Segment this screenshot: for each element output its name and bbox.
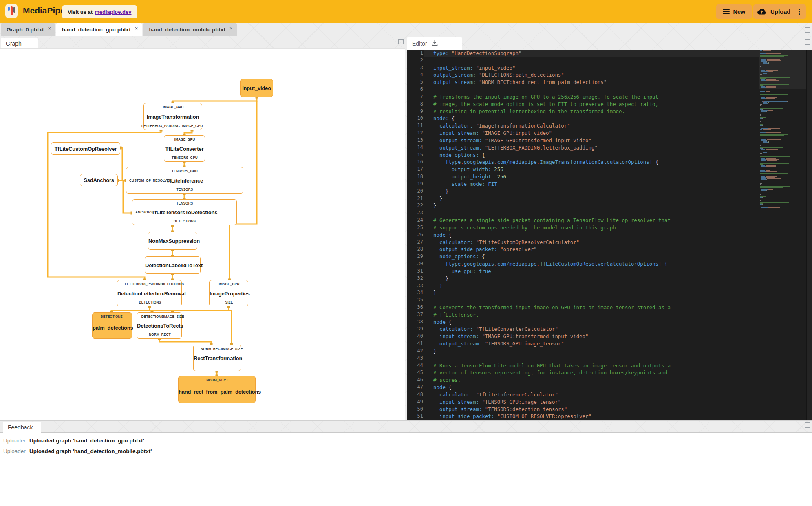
minimap-line — [787, 101, 788, 101]
close-icon[interactable]: × — [48, 25, 51, 31]
code-line[interactable]: output_stream: "NORM_RECT:hand_rect_from… — [433, 79, 755, 86]
code-line[interactable]: # Transforms the input image on GPU to a… — [433, 93, 755, 101]
minimap-line — [766, 93, 782, 93]
tab-graph[interactable]: Graph — [1, 38, 38, 49]
new-button[interactable]: New — [716, 4, 752, 19]
code-line[interactable]: calculator: "TfLiteCustomOpResolverCalcu… — [433, 239, 755, 246]
file-tab[interactable]: hand_detection_mobile.pbtxt× — [143, 23, 236, 36]
minimap-line — [761, 160, 766, 161]
upload-button[interactable]: Upload ⋮ — [753, 4, 806, 19]
kebab-menu-icon[interactable]: ⋮ — [796, 10, 803, 14]
line-number: 39 — [407, 326, 423, 333]
code-line[interactable]: output_stream: "IMAGE_GPU:transformed_in… — [433, 137, 755, 144]
code-line[interactable]: # scores. — [433, 376, 755, 384]
code-line[interactable]: output_height: 256 — [433, 173, 755, 180]
code-line[interactable]: input_side_packet: "CUSTOM_OP_RESOLVER:o… — [433, 413, 755, 420]
code-line[interactable]: # resulting in potential letterboxing in… — [433, 108, 755, 115]
close-icon[interactable]: × — [229, 25, 233, 31]
code-line[interactable]: output_stream: "LETTERBOX_PADDING:letter… — [433, 144, 755, 152]
code-line[interactable]: calculator: "TfLiteConverterCalculator" — [433, 326, 755, 333]
code-token: calculator: — [439, 392, 473, 398]
code-line[interactable]: input_stream: "input_video" — [433, 64, 755, 72]
code-line[interactable]: [type.googleapis.com/mediapipe.TfLiteCus… — [433, 260, 755, 268]
code-line[interactable]: # Converts the transformed input image o… — [433, 304, 755, 311]
code-line[interactable]: } — [433, 348, 755, 355]
code-line[interactable]: node: { — [433, 115, 755, 122]
graph-node-ssd_anchors[interactable]: SsdAnchors — [80, 174, 118, 186]
graph-node-image_transformation[interactable]: ImageTransformationIMAGE_GPULETTERBOX_PA… — [143, 103, 202, 130]
code-line[interactable]: input_stream: "TENSORS_GPU:image_tensor" — [433, 398, 755, 406]
code-line[interactable]: calculator: "ImageTransformationCalculat… — [433, 122, 755, 130]
code-line[interactable]: output_width: 256 — [433, 166, 755, 173]
graph-node-detection_label_id_to_text[interactable]: DetectionLabelIdToText — [145, 256, 201, 274]
editor-scrollbar[interactable] — [806, 50, 812, 420]
code-line[interactable]: # Runs a TensorFlow Lite model on GPU th… — [433, 362, 755, 370]
code-line[interactable]: node { — [433, 231, 755, 239]
code-line[interactable]: } — [433, 188, 755, 195]
popout-icon-tabs[interactable] — [805, 27, 810, 33]
graph-node-tflite_converter[interactable]: TfLiteConverterIMAGE_GPUTENSORS_GPU — [164, 135, 205, 162]
popout-icon-graph[interactable] — [398, 39, 404, 44]
port-label: DETECTIONS — [139, 300, 161, 304]
code-line[interactable]: } — [433, 289, 755, 297]
code-line[interactable]: } — [433, 282, 755, 290]
line-number: 2 — [407, 57, 423, 64]
graph-node-non_max_suppression[interactable]: NonMaxSuppression — [148, 232, 197, 250]
file-tab[interactable]: Graph_0.pbtxt× — [1, 23, 55, 36]
code-line[interactable]: type: "HandDetectionSubgraph" — [433, 50, 755, 57]
code-line[interactable] — [433, 297, 755, 304]
code-line[interactable]: # image, the scale_mode option is set to… — [433, 101, 755, 108]
file-tab[interactable]: hand_detection_gpu.pbtxt× — [56, 23, 142, 36]
code-line[interactable]: use_gpu: true — [433, 268, 755, 275]
code-editor[interactable]: 1234567891011121314151617181920212223242… — [407, 50, 812, 420]
code-line[interactable]: # TfLiteTensor. — [433, 311, 755, 319]
code-line[interactable]: node_options: { — [433, 152, 755, 159]
code-area[interactable]: type: "HandDetectionSubgraph" input_stre… — [433, 50, 755, 420]
code-line[interactable]: output_side_packet: "opresolver" — [433, 246, 755, 253]
close-icon[interactable]: × — [135, 25, 138, 31]
code-line[interactable]: # vector of tensors representing, for in… — [433, 369, 755, 376]
graph-node-tflite_inference[interactable]: TfLiteInferenceTENSORS_GPUTENSORSCUSTOM_… — [126, 167, 243, 194]
graph-node-detection_letterbox_removal[interactable]: DetectionLetterboxRemovalLETTERBOX_PADDI… — [117, 280, 182, 306]
file-tab-bar: Graph_0.pbtxt×hand_detection_gpu.pbtxt×h… — [0, 23, 237, 36]
code-line[interactable] — [433, 86, 755, 93]
tab-editor[interactable]: Editor — [407, 37, 462, 50]
graph-node-tflite_custom_op_resolver[interactable]: TfLiteCustomOpResolver — [51, 142, 120, 155]
code-token — [433, 341, 439, 347]
code-line[interactable]: } — [433, 195, 755, 202]
graph-node-palm_detections[interactable]: palm_detectionsDETECTIONS — [92, 312, 132, 339]
graph-node-rect_transformation[interactable]: RectTransformationNORM_RECTIMAGE_SIZE — [193, 345, 241, 371]
code-line[interactable]: # Generates a single side packet contain… — [433, 217, 755, 224]
code-line[interactable]: input_stream: "IMAGE_GPU:input_video" — [433, 130, 755, 137]
code-token: { — [479, 152, 485, 158]
code-line[interactable]: scale_mode: FIT — [433, 180, 755, 188]
code-line[interactable]: output_stream: "TENSORS:detection_tensor… — [433, 406, 755, 413]
code-line[interactable] — [433, 209, 755, 217]
popout-icon-editor[interactable] — [805, 39, 810, 45]
graph-node-input_video[interactable]: input_video — [240, 79, 273, 97]
graph-node-detections_to_rects[interactable]: DetectionsToRectsDETECTIONSIMAGE_SIZENOR… — [137, 312, 182, 339]
popout-icon-feedback[interactable] — [805, 422, 810, 428]
code-line[interactable]: } — [433, 202, 755, 209]
code-line[interactable]: } — [433, 275, 755, 282]
code-line[interactable] — [433, 355, 755, 362]
code-line[interactable] — [433, 57, 755, 64]
code-line[interactable]: calculator: "TfLiteInferenceCalculator" — [433, 391, 755, 398]
minimap-line — [768, 73, 773, 73]
line-number: 25 — [407, 224, 423, 231]
code-line[interactable]: input_stream: "IMAGE_GPU:transformed_inp… — [433, 333, 755, 340]
graph-node-hand_rect_from_palm_detections[interactable]: hand_rect_from_palm_detectionsNORM_RECT — [178, 376, 256, 403]
tab-feedback[interactable]: Feedback — [3, 422, 41, 433]
code-line[interactable]: node_options: { — [433, 253, 755, 260]
mediapipe-dev-link[interactable]: mediapipe.dev — [95, 9, 131, 15]
code-line[interactable]: node { — [433, 319, 755, 326]
code-line[interactable]: output_stream: "TENSORS_GPU:image_tensor… — [433, 340, 755, 348]
graph-node-image_properties[interactable]: ImagePropertiesIMAGE_GPUSIZE — [209, 280, 248, 306]
download-icon[interactable] — [431, 40, 438, 48]
node-title: DetectionsToRects — [137, 323, 181, 329]
code-line[interactable]: node { — [433, 384, 755, 391]
graph-node-tflite_tensors_to_detections[interactable]: TfLiteTensorsToDetectionsTENSORSDETECTIO… — [132, 199, 237, 225]
code-line[interactable]: output_stream: "DETECTIONS:palm_detectio… — [433, 71, 755, 79]
code-line[interactable]: [type.googleapis.com/mediapipe.ImageTran… — [433, 158, 755, 166]
code-line[interactable]: # supports custom ops needed by the mode… — [433, 224, 755, 231]
